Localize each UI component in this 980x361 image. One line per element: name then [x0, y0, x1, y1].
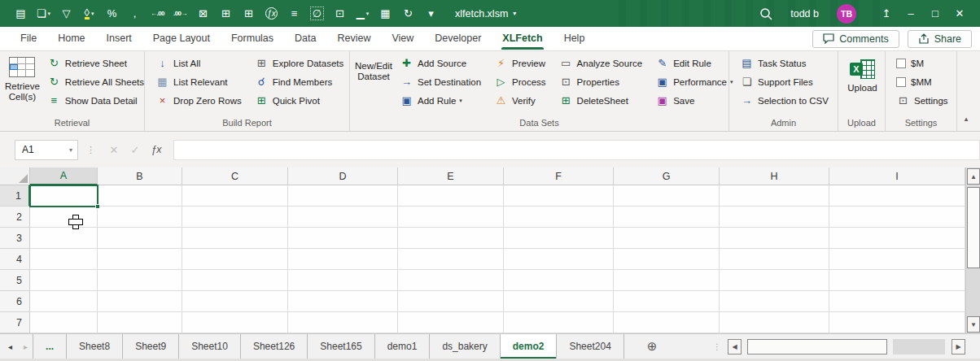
insert-function-icon[interactable]: ƒx	[262, 4, 281, 24]
sheet-tab-sheet165[interactable]: Sheet165	[308, 334, 374, 359]
column-header-d[interactable]: D	[288, 167, 398, 185]
minimize-button[interactable]: –	[899, 2, 923, 25]
explore-datasets-button[interactable]: ⊞Explore Datasets	[252, 54, 348, 72]
list-all-button[interactable]: ↓List All	[152, 54, 245, 72]
save-icon[interactable]: ▤	[11, 4, 30, 24]
scroll-up-button[interactable]: ▲	[967, 168, 980, 185]
bottom-border-icon[interactable]: ▁▾	[353, 4, 372, 24]
cell-h6[interactable]	[720, 291, 829, 312]
cell-i6[interactable]	[829, 291, 965, 312]
cell-h4[interactable]	[720, 249, 829, 270]
cell-h7[interactable]	[720, 312, 829, 333]
insert-cells-right-icon[interactable]: ⊞	[239, 4, 258, 24]
cell-f5[interactable]	[504, 270, 614, 291]
cell-h1[interactable]	[720, 185, 829, 207]
tab-xlfetch[interactable]: XLFetch	[492, 28, 553, 50]
tabbar-resize-handle[interactable]: ⋮	[713, 342, 721, 351]
column-header-f[interactable]: F	[504, 167, 614, 185]
support-files-button[interactable]: ❏Support Files	[737, 72, 832, 91]
shapes-icon-dropdown[interactable]: ▾	[48, 11, 51, 17]
cell-d1[interactable]	[288, 185, 398, 207]
tab-review[interactable]: Review	[326, 28, 381, 50]
retrieve-sheet-button[interactable]: ↻Retrieve Sheet	[44, 54, 147, 72]
no-border-icon[interactable]: ∅	[308, 4, 326, 24]
save-button[interactable]: ▣Save	[652, 91, 736, 110]
sheet-tab-sheet10[interactable]: Sheet10	[179, 334, 241, 359]
sheet-tab-demo1[interactable]: demo1	[375, 334, 431, 359]
tab-formulas[interactable]: Formulas	[221, 28, 284, 50]
name-box[interactable]: A1 ▾	[15, 140, 78, 160]
select-all-corner[interactable]	[0, 167, 30, 185]
sheet-tab-sheet9[interactable]: Sheet9	[123, 334, 179, 359]
cell-i4[interactable]	[829, 249, 965, 270]
sheet-overflow-button[interactable]: ...	[33, 334, 67, 359]
customize-qat-icon[interactable]: ▾	[422, 4, 440, 24]
row-header-4[interactable]: 4	[0, 249, 30, 270]
cell-f6[interactable]	[504, 291, 614, 312]
cell-d3[interactable]	[288, 228, 398, 249]
cell-i3[interactable]	[829, 228, 965, 249]
share-button[interactable]: Share	[908, 30, 972, 48]
user-name[interactable]: todd b	[790, 8, 819, 20]
selection-to-csv-button[interactable]: →Selection to CSV	[737, 91, 832, 110]
tab-view[interactable]: View	[381, 28, 424, 50]
horizontal-scroll-thumb[interactable]	[747, 339, 887, 354]
filter-icon[interactable]: ▽	[57, 4, 76, 24]
fill-handle[interactable]	[95, 204, 100, 209]
cell-g7[interactable]	[614, 312, 720, 333]
row-header-3[interactable]: 3	[0, 228, 30, 249]
cell-g1[interactable]	[614, 185, 720, 207]
tab-home[interactable]: Home	[47, 28, 95, 50]
comma-style-icon[interactable]: ,	[125, 4, 144, 24]
sheet-tab-sheet8[interactable]: Sheet8	[67, 334, 123, 359]
comments-button[interactable]: Comments	[812, 30, 899, 48]
cell-b4[interactable]	[98, 249, 182, 270]
name-box-dropdown-icon[interactable]: ▾	[69, 146, 72, 154]
cell-h3[interactable]	[720, 228, 829, 249]
process-button[interactable]: ▷Process	[491, 72, 549, 91]
tab-data[interactable]: Data	[284, 28, 326, 50]
cell-e1[interactable]	[398, 185, 504, 207]
show-data-detail-button[interactable]: ≡Show Data Detail	[44, 91, 147, 110]
column-header-i[interactable]: I	[829, 167, 965, 185]
fill-color-icon-dropdown[interactable]: ▾	[91, 11, 94, 17]
cell-i2[interactable]	[829, 207, 965, 228]
cell-a5[interactable]	[30, 270, 98, 291]
retrieve-cell-s-button[interactable]: RetrieveCell(s)	[5, 54, 40, 114]
cell-c7[interactable]	[182, 312, 288, 333]
verify-button[interactable]: ⚠Verify	[491, 91, 549, 110]
cell-c6[interactable]	[182, 291, 288, 312]
refresh-sheet-icon[interactable]: ↻	[399, 4, 418, 24]
avatar[interactable]: TB	[837, 4, 856, 24]
scroll-right-button[interactable]: ▶	[952, 339, 965, 354]
settings-button[interactable]: ⊡Settings	[893, 91, 952, 110]
edit-rule-button[interactable]: ✎Edit Rule	[652, 54, 736, 72]
cell-h2[interactable]	[720, 207, 829, 228]
cell-a3[interactable]	[30, 228, 98, 249]
shapes-icon[interactable]: ❏▾	[34, 4, 53, 24]
cell-h5[interactable]	[720, 270, 829, 291]
cell-c3[interactable]	[182, 228, 288, 249]
cell-i1[interactable]	[829, 185, 965, 207]
cell-g3[interactable]	[614, 228, 720, 249]
bottom-border-icon-dropdown[interactable]: ▾	[366, 11, 370, 17]
delete-cells-icon[interactable]: ⊠	[194, 4, 212, 24]
ribbon-display-options-button[interactable]: ↥	[874, 2, 899, 25]
sheet-tab-sheet204[interactable]: Sheet204	[557, 334, 623, 359]
cell-c5[interactable]	[182, 270, 288, 291]
cell-f3[interactable]	[504, 228, 614, 249]
scroll-down-button[interactable]: ▼	[967, 316, 980, 333]
cell-a2[interactable]	[30, 207, 98, 228]
quick-pivot-button[interactable]: ⊞Quick Pivot	[252, 91, 348, 110]
cell-i7[interactable]	[829, 312, 965, 333]
cell-e2[interactable]	[398, 207, 504, 228]
retrieve-all-sheets-button[interactable]: ↻Retrieve All Sheets	[44, 72, 147, 91]
cell-g4[interactable]	[614, 249, 720, 270]
cell-b2[interactable]	[98, 207, 182, 228]
outside-border-icon[interactable]: ⊡	[330, 4, 349, 24]
m-checkbox[interactable]: $M	[893, 54, 952, 72]
row-header-2[interactable]: 2	[0, 207, 30, 228]
cell-c2[interactable]	[182, 207, 288, 228]
cancel-button[interactable]: ✕	[103, 140, 125, 160]
task-status-button[interactable]: ▤Task Status	[737, 54, 832, 72]
